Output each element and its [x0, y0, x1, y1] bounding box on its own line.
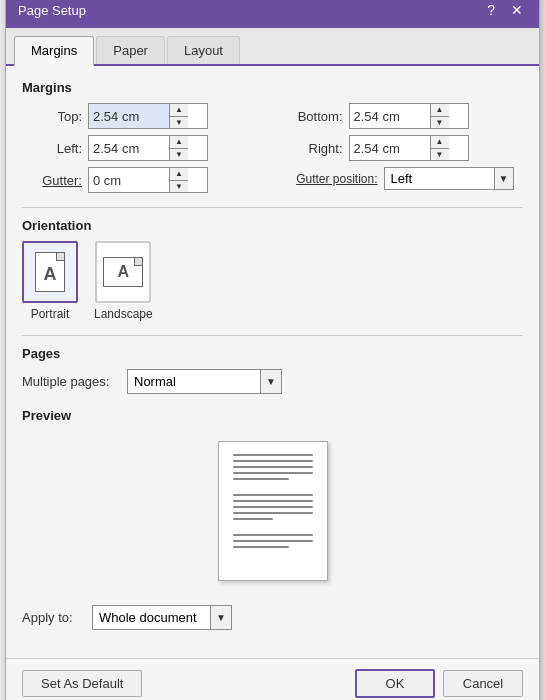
landscape-icon-inner — [103, 257, 143, 287]
title-bar: Page Setup ? ✕ — [6, 0, 539, 28]
gutter-position-select[interactable]: Left Top — [385, 168, 494, 189]
left-down-button[interactable]: ▼ — [170, 148, 188, 160]
preview-line-7 — [233, 500, 313, 502]
preview-line-9 — [233, 512, 313, 514]
preview-line-13 — [233, 546, 289, 548]
preview-line-4 — [233, 472, 313, 474]
preview-line-11 — [233, 534, 313, 536]
left-spinner: ▲ ▼ — [88, 135, 208, 161]
right-down-button[interactable]: ▼ — [431, 148, 449, 160]
gutter-input[interactable] — [89, 168, 169, 192]
help-button[interactable]: ? — [483, 1, 499, 19]
portrait-option[interactable]: Portrait — [22, 241, 78, 321]
margins-left-col: Top: ▲ ▼ Left: — [22, 103, 263, 193]
preview-line-6 — [233, 494, 313, 496]
margins-section: Margins Top: ▲ ▼ — [22, 80, 523, 193]
gutter-position-field-row: Gutter position: Left Top ▼ — [283, 167, 524, 190]
left-field-row: Left: ▲ ▼ — [22, 135, 263, 161]
dialog-title: Page Setup — [18, 3, 86, 18]
top-spinner: ▲ ▼ — [88, 103, 208, 129]
right-input[interactable] — [350, 136, 430, 160]
preview-gap — [233, 484, 313, 490]
preview-area — [22, 431, 523, 591]
orientation-section-label: Orientation — [22, 218, 523, 233]
tab-layout[interactable]: Layout — [167, 36, 240, 64]
landscape-option[interactable]: Landscape — [94, 241, 153, 321]
right-field-row: Right: ▲ ▼ — [283, 135, 524, 161]
margins-right-col: Bottom: ▲ ▼ Right: — [283, 103, 524, 193]
preview-line-8 — [233, 506, 313, 508]
preview-line-3 — [233, 466, 313, 468]
gutter-position-arrow-icon: ▼ — [494, 168, 513, 189]
multiple-pages-select-container: Normal Mirror margins 2 pages per sheet … — [127, 369, 282, 394]
apply-to-arrow-icon: ▼ — [210, 606, 231, 629]
apply-to-row: Apply to: Whole document This point forw… — [22, 605, 523, 630]
tab-bar: Margins Paper Layout — [6, 28, 539, 66]
preview-line-5 — [233, 478, 289, 480]
landscape-icon[interactable] — [95, 241, 151, 303]
apply-to-label: Apply to: — [22, 610, 82, 625]
portrait-corner — [56, 253, 64, 261]
right-label: Right: — [283, 141, 343, 156]
preview-line-1 — [233, 454, 313, 456]
preview-line-2 — [233, 460, 313, 462]
dialog-footer: Set As Default OK Cancel — [6, 658, 539, 700]
close-button[interactable]: ✕ — [507, 1, 527, 19]
right-up-button[interactable]: ▲ — [431, 136, 449, 148]
landscape-corner — [134, 258, 142, 266]
left-input[interactable] — [89, 136, 169, 160]
pages-section: Pages Multiple pages: Normal Mirror marg… — [22, 346, 523, 394]
set-as-default-button[interactable]: Set As Default — [22, 670, 142, 697]
margins-grid: Top: ▲ ▼ Left: — [22, 103, 523, 193]
bottom-input[interactable] — [350, 104, 430, 128]
gutter-up-button[interactable]: ▲ — [170, 168, 188, 180]
gutter-field-row: Gutter: ▲ ▼ — [22, 167, 263, 193]
gutter-position-label: Gutter position: — [283, 172, 378, 186]
preview-line-10 — [233, 518, 273, 520]
gutter-spinner-buttons: ▲ ▼ — [169, 168, 188, 192]
apply-to-select[interactable]: Whole document This point forward — [93, 606, 210, 629]
right-spinner-buttons: ▲ ▼ — [430, 136, 449, 160]
tab-margins[interactable]: Margins — [14, 36, 94, 66]
margins-section-label: Margins — [22, 80, 523, 95]
bottom-field-row: Bottom: ▲ ▼ — [283, 103, 524, 129]
tab-paper[interactable]: Paper — [96, 36, 165, 64]
orientation-section: Orientation Portrait — [22, 218, 523, 321]
pages-section-label: Pages — [22, 346, 523, 361]
left-label: Left: — [22, 141, 82, 156]
top-label: Top: — [22, 109, 82, 124]
bottom-spinner-buttons: ▲ ▼ — [430, 104, 449, 128]
title-bar-controls: ? ✕ — [483, 1, 527, 19]
ok-button[interactable]: OK — [355, 669, 435, 698]
cancel-button[interactable]: Cancel — [443, 670, 523, 697]
apply-to-select-container: Whole document This point forward ▼ — [92, 605, 232, 630]
top-up-button[interactable]: ▲ — [170, 104, 188, 116]
preview-page — [218, 441, 328, 581]
bottom-spinner: ▲ ▼ — [349, 103, 469, 129]
top-input[interactable] — [89, 104, 169, 128]
left-up-button[interactable]: ▲ — [170, 136, 188, 148]
gutter-position-select-container: Left Top ▼ — [384, 167, 514, 190]
gutter-spinner: ▲ ▼ — [88, 167, 208, 193]
landscape-label: Landscape — [94, 307, 153, 321]
right-spinner: ▲ ▼ — [349, 135, 469, 161]
portrait-icon[interactable] — [22, 241, 78, 303]
tab-content-margins: Margins Top: ▲ ▼ — [6, 66, 539, 658]
divider-1 — [22, 207, 523, 208]
bottom-down-button[interactable]: ▼ — [431, 116, 449, 128]
gutter-label: Gutter: — [22, 173, 82, 188]
dialog-content: Margins Paper Layout Margins Top: — [6, 28, 539, 700]
pages-row: Multiple pages: Normal Mirror margins 2 … — [22, 369, 523, 394]
top-field-row: Top: ▲ ▼ — [22, 103, 263, 129]
preview-section: Preview — [22, 408, 523, 591]
bottom-up-button[interactable]: ▲ — [431, 104, 449, 116]
bottom-label: Bottom: — [283, 109, 343, 124]
multiple-pages-select[interactable]: Normal Mirror margins 2 pages per sheet … — [128, 370, 260, 393]
divider-2 — [22, 335, 523, 336]
top-down-button[interactable]: ▼ — [170, 116, 188, 128]
orientation-options: Portrait Landscape — [22, 241, 523, 321]
portrait-icon-inner — [35, 252, 65, 292]
page-setup-dialog: Page Setup ? ✕ Margins Paper Layout Marg… — [5, 0, 540, 700]
preview-line-12 — [233, 540, 313, 542]
gutter-down-button[interactable]: ▼ — [170, 180, 188, 192]
